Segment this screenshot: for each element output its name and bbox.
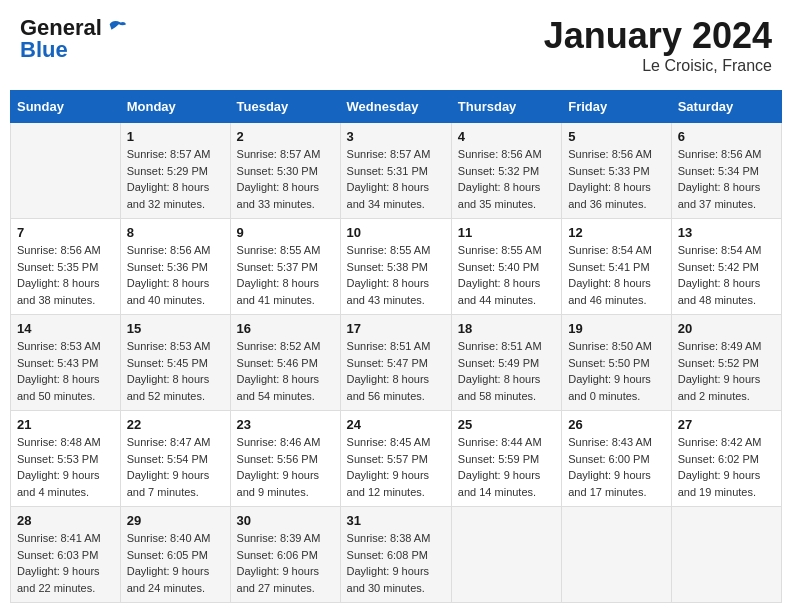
- calendar-cell: 18Sunrise: 8:51 AMSunset: 5:49 PMDayligh…: [451, 315, 561, 411]
- sunrise-text: Sunrise: 8:49 AM: [678, 340, 762, 352]
- sunset-text: Sunset: 5:53 PM: [17, 453, 98, 465]
- daylight-text: Daylight: 8 hours and 32 minutes.: [127, 181, 210, 210]
- calendar-cell: 10Sunrise: 8:55 AMSunset: 5:38 PMDayligh…: [340, 219, 451, 315]
- day-number: 3: [347, 129, 445, 144]
- sunrise-text: Sunrise: 8:43 AM: [568, 436, 652, 448]
- daylight-text: Daylight: 8 hours and 33 minutes.: [237, 181, 320, 210]
- day-number: 13: [678, 225, 775, 240]
- day-number: 5: [568, 129, 664, 144]
- sunset-text: Sunset: 5:30 PM: [237, 165, 318, 177]
- day-info: Sunrise: 8:54 AMSunset: 5:41 PMDaylight:…: [568, 242, 664, 308]
- calendar-cell: 20Sunrise: 8:49 AMSunset: 5:52 PMDayligh…: [671, 315, 781, 411]
- daylight-text: Daylight: 8 hours and 58 minutes.: [458, 373, 541, 402]
- day-number: 9: [237, 225, 334, 240]
- day-number: 31: [347, 513, 445, 528]
- week-row-4: 21Sunrise: 8:48 AMSunset: 5:53 PMDayligh…: [11, 411, 782, 507]
- daylight-text: Daylight: 8 hours and 34 minutes.: [347, 181, 430, 210]
- day-number: 27: [678, 417, 775, 432]
- logo-bird-icon: [106, 17, 128, 39]
- day-number: 30: [237, 513, 334, 528]
- sunrise-text: Sunrise: 8:56 AM: [568, 148, 652, 160]
- day-number: 8: [127, 225, 224, 240]
- day-info: Sunrise: 8:53 AMSunset: 5:43 PMDaylight:…: [17, 338, 114, 404]
- sunrise-text: Sunrise: 8:46 AM: [237, 436, 321, 448]
- sunrise-text: Sunrise: 8:55 AM: [458, 244, 542, 256]
- day-number: 4: [458, 129, 555, 144]
- daylight-text: Daylight: 8 hours and 54 minutes.: [237, 373, 320, 402]
- sunrise-text: Sunrise: 8:57 AM: [347, 148, 431, 160]
- sunset-text: Sunset: 6:03 PM: [17, 549, 98, 561]
- calendar-cell: 9Sunrise: 8:55 AMSunset: 5:37 PMDaylight…: [230, 219, 340, 315]
- calendar-cell: 28Sunrise: 8:41 AMSunset: 6:03 PMDayligh…: [11, 507, 121, 603]
- sunset-text: Sunset: 6:08 PM: [347, 549, 428, 561]
- calendar-cell: 21Sunrise: 8:48 AMSunset: 5:53 PMDayligh…: [11, 411, 121, 507]
- daylight-text: Daylight: 8 hours and 52 minutes.: [127, 373, 210, 402]
- sunset-text: Sunset: 5:42 PM: [678, 261, 759, 273]
- calendar-cell: 13Sunrise: 8:54 AMSunset: 5:42 PMDayligh…: [671, 219, 781, 315]
- day-info: Sunrise: 8:51 AMSunset: 5:47 PMDaylight:…: [347, 338, 445, 404]
- daylight-text: Daylight: 8 hours and 35 minutes.: [458, 181, 541, 210]
- sunset-text: Sunset: 5:46 PM: [237, 357, 318, 369]
- logo: General Blue: [20, 15, 128, 63]
- week-row-3: 14Sunrise: 8:53 AMSunset: 5:43 PMDayligh…: [11, 315, 782, 411]
- daylight-text: Daylight: 8 hours and 36 minutes.: [568, 181, 651, 210]
- sunrise-text: Sunrise: 8:55 AM: [237, 244, 321, 256]
- sunset-text: Sunset: 5:52 PM: [678, 357, 759, 369]
- daylight-text: Daylight: 9 hours and 0 minutes.: [568, 373, 651, 402]
- calendar-cell: 23Sunrise: 8:46 AMSunset: 5:56 PMDayligh…: [230, 411, 340, 507]
- daylight-text: Daylight: 9 hours and 14 minutes.: [458, 469, 541, 498]
- daylight-text: Daylight: 8 hours and 41 minutes.: [237, 277, 320, 306]
- sunset-text: Sunset: 5:37 PM: [237, 261, 318, 273]
- daylight-text: Daylight: 8 hours and 38 minutes.: [17, 277, 100, 306]
- sunset-text: Sunset: 5:29 PM: [127, 165, 208, 177]
- sunset-text: Sunset: 5:59 PM: [458, 453, 539, 465]
- sunset-text: Sunset: 5:47 PM: [347, 357, 428, 369]
- day-info: Sunrise: 8:48 AMSunset: 5:53 PMDaylight:…: [17, 434, 114, 500]
- daylight-text: Daylight: 9 hours and 27 minutes.: [237, 565, 320, 594]
- day-number: 19: [568, 321, 664, 336]
- sunset-text: Sunset: 5:41 PM: [568, 261, 649, 273]
- calendar-cell: 15Sunrise: 8:53 AMSunset: 5:45 PMDayligh…: [120, 315, 230, 411]
- day-info: Sunrise: 8:40 AMSunset: 6:05 PMDaylight:…: [127, 530, 224, 596]
- daylight-text: Daylight: 9 hours and 22 minutes.: [17, 565, 100, 594]
- calendar-cell: 16Sunrise: 8:52 AMSunset: 5:46 PMDayligh…: [230, 315, 340, 411]
- day-number: 10: [347, 225, 445, 240]
- calendar-cell: 19Sunrise: 8:50 AMSunset: 5:50 PMDayligh…: [562, 315, 671, 411]
- day-number: 2: [237, 129, 334, 144]
- calendar-cell: 2Sunrise: 8:57 AMSunset: 5:30 PMDaylight…: [230, 123, 340, 219]
- calendar-cell: [451, 507, 561, 603]
- day-number: 12: [568, 225, 664, 240]
- sunrise-text: Sunrise: 8:55 AM: [347, 244, 431, 256]
- daylight-text: Daylight: 8 hours and 50 minutes.: [17, 373, 100, 402]
- daylight-text: Daylight: 8 hours and 43 minutes.: [347, 277, 430, 306]
- calendar-cell: 26Sunrise: 8:43 AMSunset: 6:00 PMDayligh…: [562, 411, 671, 507]
- sunrise-text: Sunrise: 8:39 AM: [237, 532, 321, 544]
- calendar-table: SundayMondayTuesdayWednesdayThursdayFrid…: [10, 90, 782, 603]
- calendar-cell: 3Sunrise: 8:57 AMSunset: 5:31 PMDaylight…: [340, 123, 451, 219]
- day-info: Sunrise: 8:57 AMSunset: 5:31 PMDaylight:…: [347, 146, 445, 212]
- day-info: Sunrise: 8:55 AMSunset: 5:37 PMDaylight:…: [237, 242, 334, 308]
- sunrise-text: Sunrise: 8:56 AM: [17, 244, 101, 256]
- day-info: Sunrise: 8:44 AMSunset: 5:59 PMDaylight:…: [458, 434, 555, 500]
- daylight-text: Daylight: 8 hours and 56 minutes.: [347, 373, 430, 402]
- day-number: 23: [237, 417, 334, 432]
- logo-blue-text: Blue: [20, 37, 68, 63]
- daylight-text: Daylight: 8 hours and 46 minutes.: [568, 277, 651, 306]
- sunrise-text: Sunrise: 8:45 AM: [347, 436, 431, 448]
- daylight-text: Daylight: 9 hours and 4 minutes.: [17, 469, 100, 498]
- col-header-monday: Monday: [120, 91, 230, 123]
- sunrise-text: Sunrise: 8:51 AM: [347, 340, 431, 352]
- sunrise-text: Sunrise: 8:54 AM: [568, 244, 652, 256]
- calendar-cell: 29Sunrise: 8:40 AMSunset: 6:05 PMDayligh…: [120, 507, 230, 603]
- sunrise-text: Sunrise: 8:42 AM: [678, 436, 762, 448]
- calendar-cell: 14Sunrise: 8:53 AMSunset: 5:43 PMDayligh…: [11, 315, 121, 411]
- sunrise-text: Sunrise: 8:56 AM: [678, 148, 762, 160]
- calendar-cell: 24Sunrise: 8:45 AMSunset: 5:57 PMDayligh…: [340, 411, 451, 507]
- calendar-header-row: SundayMondayTuesdayWednesdayThursdayFrid…: [11, 91, 782, 123]
- daylight-text: Daylight: 8 hours and 40 minutes.: [127, 277, 210, 306]
- sunset-text: Sunset: 5:49 PM: [458, 357, 539, 369]
- sunrise-text: Sunrise: 8:44 AM: [458, 436, 542, 448]
- calendar-cell: 12Sunrise: 8:54 AMSunset: 5:41 PMDayligh…: [562, 219, 671, 315]
- day-number: 1: [127, 129, 224, 144]
- day-number: 16: [237, 321, 334, 336]
